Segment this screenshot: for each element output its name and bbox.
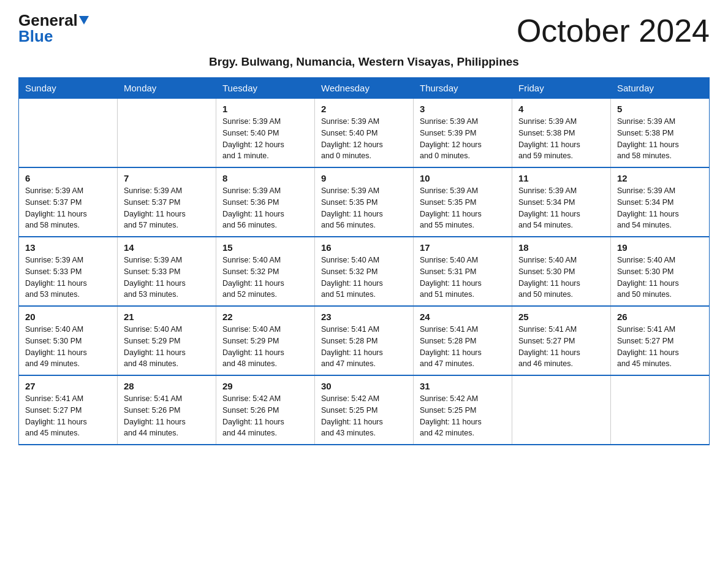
calendar-cell: 5Sunrise: 5:39 AMSunset: 5:38 PMDaylight… bbox=[611, 99, 710, 168]
day-number: 5 bbox=[617, 104, 703, 114]
day-number: 12 bbox=[617, 173, 703, 183]
day-number: 14 bbox=[124, 242, 210, 253]
day-info: Sunrise: 5:40 AMSunset: 5:30 PMDaylight:… bbox=[25, 324, 111, 370]
day-info: Sunrise: 5:40 AMSunset: 5:32 PMDaylight:… bbox=[321, 255, 407, 301]
day-info: Sunrise: 5:39 AMSunset: 5:40 PMDaylight:… bbox=[321, 116, 407, 162]
day-number: 2 bbox=[321, 104, 407, 114]
calendar-cell bbox=[512, 375, 611, 445]
calendar-cell: 16Sunrise: 5:40 AMSunset: 5:32 PMDayligh… bbox=[315, 237, 414, 306]
column-header-friday: Friday bbox=[512, 78, 611, 99]
calendar-cell: 12Sunrise: 5:39 AMSunset: 5:34 PMDayligh… bbox=[611, 167, 710, 237]
day-number: 21 bbox=[124, 312, 210, 322]
day-number: 19 bbox=[617, 242, 703, 253]
day-info: Sunrise: 5:39 AMSunset: 5:34 PMDaylight:… bbox=[617, 185, 703, 231]
column-header-wednesday: Wednesday bbox=[315, 78, 414, 99]
calendar-cell: 20Sunrise: 5:40 AMSunset: 5:30 PMDayligh… bbox=[19, 306, 118, 375]
month-title: October 2024 bbox=[517, 12, 710, 49]
calendar-header-row: SundayMondayTuesdayWednesdayThursdayFrid… bbox=[19, 78, 710, 99]
subtitle: Brgy. Bulwang, Numancia, Western Visayas… bbox=[18, 55, 710, 69]
calendar-cell bbox=[611, 375, 710, 445]
calendar-cell: 18Sunrise: 5:40 AMSunset: 5:30 PMDayligh… bbox=[512, 237, 611, 306]
day-info: Sunrise: 5:41 AMSunset: 5:26 PMDaylight:… bbox=[124, 393, 210, 439]
day-number: 8 bbox=[222, 173, 308, 183]
day-number: 11 bbox=[518, 173, 604, 183]
logo-blue-text: Blue bbox=[18, 28, 53, 44]
day-info: Sunrise: 5:41 AMSunset: 5:27 PMDaylight:… bbox=[617, 324, 703, 370]
day-number: 17 bbox=[420, 242, 506, 253]
calendar-week-row: 6Sunrise: 5:39 AMSunset: 5:37 PMDaylight… bbox=[19, 167, 710, 237]
day-number: 7 bbox=[124, 173, 210, 183]
day-info: Sunrise: 5:39 AMSunset: 5:38 PMDaylight:… bbox=[617, 116, 703, 162]
calendar-cell: 10Sunrise: 5:39 AMSunset: 5:35 PMDayligh… bbox=[414, 167, 512, 237]
logo: General Blue bbox=[18, 12, 89, 44]
calendar-cell: 14Sunrise: 5:39 AMSunset: 5:33 PMDayligh… bbox=[118, 237, 216, 306]
calendar-week-row: 1Sunrise: 5:39 AMSunset: 5:40 PMDaylight… bbox=[19, 99, 710, 168]
day-info: Sunrise: 5:39 AMSunset: 5:37 PMDaylight:… bbox=[25, 185, 111, 231]
calendar-cell bbox=[19, 99, 118, 168]
day-info: Sunrise: 5:42 AMSunset: 5:25 PMDaylight:… bbox=[321, 393, 407, 439]
calendar-cell bbox=[118, 99, 216, 168]
column-header-saturday: Saturday bbox=[611, 78, 710, 99]
day-number: 15 bbox=[222, 242, 308, 253]
calendar-cell: 4Sunrise: 5:39 AMSunset: 5:38 PMDaylight… bbox=[512, 99, 611, 168]
calendar-cell: 23Sunrise: 5:41 AMSunset: 5:28 PMDayligh… bbox=[315, 306, 414, 375]
day-number: 22 bbox=[222, 312, 308, 322]
day-info: Sunrise: 5:41 AMSunset: 5:27 PMDaylight:… bbox=[25, 393, 111, 439]
day-info: Sunrise: 5:39 AMSunset: 5:33 PMDaylight:… bbox=[124, 255, 210, 301]
day-number: 28 bbox=[124, 381, 210, 391]
calendar-cell: 11Sunrise: 5:39 AMSunset: 5:34 PMDayligh… bbox=[512, 167, 611, 237]
day-info: Sunrise: 5:41 AMSunset: 5:27 PMDaylight:… bbox=[518, 324, 604, 370]
calendar-cell: 7Sunrise: 5:39 AMSunset: 5:37 PMDaylight… bbox=[118, 167, 216, 237]
day-info: Sunrise: 5:42 AMSunset: 5:25 PMDaylight:… bbox=[420, 393, 506, 439]
day-number: 20 bbox=[25, 312, 111, 322]
day-info: Sunrise: 5:40 AMSunset: 5:30 PMDaylight:… bbox=[518, 255, 604, 301]
calendar-cell: 2Sunrise: 5:39 AMSunset: 5:40 PMDaylight… bbox=[315, 99, 414, 168]
column-header-sunday: Sunday bbox=[19, 78, 118, 99]
calendar-week-row: 13Sunrise: 5:39 AMSunset: 5:33 PMDayligh… bbox=[19, 237, 710, 306]
calendar-week-row: 27Sunrise: 5:41 AMSunset: 5:27 PMDayligh… bbox=[19, 375, 710, 445]
logo-general-text: General bbox=[18, 12, 78, 28]
day-info: Sunrise: 5:39 AMSunset: 5:34 PMDaylight:… bbox=[518, 185, 604, 231]
day-number: 3 bbox=[420, 104, 506, 114]
day-number: 26 bbox=[617, 312, 703, 322]
calendar-cell: 1Sunrise: 5:39 AMSunset: 5:40 PMDaylight… bbox=[216, 99, 315, 168]
calendar-cell: 31Sunrise: 5:42 AMSunset: 5:25 PMDayligh… bbox=[414, 375, 512, 445]
day-number: 13 bbox=[25, 242, 111, 253]
day-info: Sunrise: 5:40 AMSunset: 5:32 PMDaylight:… bbox=[222, 255, 308, 301]
column-header-thursday: Thursday bbox=[414, 78, 512, 99]
day-info: Sunrise: 5:40 AMSunset: 5:29 PMDaylight:… bbox=[222, 324, 308, 370]
calendar-cell: 29Sunrise: 5:42 AMSunset: 5:26 PMDayligh… bbox=[216, 375, 315, 445]
day-number: 29 bbox=[222, 381, 308, 391]
calendar-cell: 28Sunrise: 5:41 AMSunset: 5:26 PMDayligh… bbox=[118, 375, 216, 445]
day-info: Sunrise: 5:39 AMSunset: 5:33 PMDaylight:… bbox=[25, 255, 111, 301]
day-info: Sunrise: 5:39 AMSunset: 5:36 PMDaylight:… bbox=[222, 185, 308, 231]
day-number: 16 bbox=[321, 242, 407, 253]
logo-triangle-icon bbox=[79, 16, 89, 25]
day-number: 31 bbox=[420, 381, 506, 391]
day-number: 4 bbox=[518, 104, 604, 114]
day-number: 18 bbox=[518, 242, 604, 253]
calendar-cell: 15Sunrise: 5:40 AMSunset: 5:32 PMDayligh… bbox=[216, 237, 315, 306]
day-number: 10 bbox=[420, 173, 506, 183]
calendar-cell: 8Sunrise: 5:39 AMSunset: 5:36 PMDaylight… bbox=[216, 167, 315, 237]
day-number: 1 bbox=[222, 104, 308, 114]
day-info: Sunrise: 5:39 AMSunset: 5:40 PMDaylight:… bbox=[222, 116, 308, 162]
calendar-week-row: 20Sunrise: 5:40 AMSunset: 5:30 PMDayligh… bbox=[19, 306, 710, 375]
calendar-cell: 3Sunrise: 5:39 AMSunset: 5:39 PMDaylight… bbox=[414, 99, 512, 168]
day-info: Sunrise: 5:42 AMSunset: 5:26 PMDaylight:… bbox=[222, 393, 308, 439]
calendar-cell: 19Sunrise: 5:40 AMSunset: 5:30 PMDayligh… bbox=[611, 237, 710, 306]
calendar-cell: 9Sunrise: 5:39 AMSunset: 5:35 PMDaylight… bbox=[315, 167, 414, 237]
column-header-tuesday: Tuesday bbox=[216, 78, 315, 99]
calendar-cell: 27Sunrise: 5:41 AMSunset: 5:27 PMDayligh… bbox=[19, 375, 118, 445]
calendar-cell: 25Sunrise: 5:41 AMSunset: 5:27 PMDayligh… bbox=[512, 306, 611, 375]
column-header-monday: Monday bbox=[118, 78, 216, 99]
day-number: 9 bbox=[321, 173, 407, 183]
day-info: Sunrise: 5:39 AMSunset: 5:39 PMDaylight:… bbox=[420, 116, 506, 162]
day-number: 23 bbox=[321, 312, 407, 322]
calendar-cell: 22Sunrise: 5:40 AMSunset: 5:29 PMDayligh… bbox=[216, 306, 315, 375]
day-number: 25 bbox=[518, 312, 604, 322]
calendar-cell: 13Sunrise: 5:39 AMSunset: 5:33 PMDayligh… bbox=[19, 237, 118, 306]
calendar-table: SundayMondayTuesdayWednesdayThursdayFrid… bbox=[18, 77, 710, 445]
day-info: Sunrise: 5:39 AMSunset: 5:38 PMDaylight:… bbox=[518, 116, 604, 162]
day-number: 6 bbox=[25, 173, 111, 183]
